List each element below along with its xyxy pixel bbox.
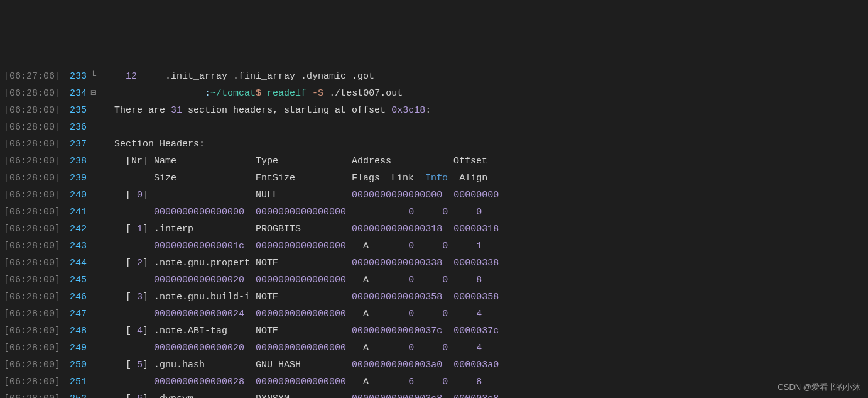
token <box>103 241 154 252</box>
code-line[interactable]: [06:28:00] 250 [ 5] .gnu.hash GNU_HASH 0… <box>0 357 868 373</box>
editor-viewport[interactable]: [06:27:06] 233└ 12 .init_array .fini_arr… <box>0 68 868 398</box>
token: 0000000000000028 <box>154 377 244 387</box>
token: 5 <box>137 360 143 370</box>
code-content[interactable]: [ 1] .interp PROGBITS 0000000000000318 0… <box>103 221 868 238</box>
token <box>414 275 442 285</box>
token: [ <box>103 326 137 336</box>
code-line[interactable]: [06:28:00] 251 0000000000000028 00000000… <box>0 373 868 390</box>
token: 6 <box>137 394 143 398</box>
token: 0 <box>442 377 448 387</box>
token: 0 <box>442 241 448 252</box>
token <box>442 224 453 235</box>
code-line[interactable]: [06:28:00] 248 [ 4] .note.ABI-tag NOTE 0… <box>0 323 868 340</box>
code-line[interactable]: [06:28:00] 245 0000000000000020 00000000… <box>0 272 868 289</box>
code-line[interactable]: [06:28:00] 252 [ 6] .dynsym DYNSYM 00000… <box>0 390 868 398</box>
line-number[interactable]: 234 <box>60 85 90 102</box>
line-number[interactable]: 235 <box>60 102 90 119</box>
code-content[interactable]: 0000000000000024 0000000000000000 A 0 0 … <box>103 306 868 323</box>
token <box>442 360 453 370</box>
line-number[interactable]: 250 <box>60 357 90 373</box>
token: [ <box>103 394 137 398</box>
code-content[interactable]: 12 .init_array .fini_array .dynamic .got <box>103 68 868 85</box>
code-line[interactable]: [06:28:00] 235 There are 31 section head… <box>0 102 868 119</box>
code-content[interactable]: There are 31 section headers, starting a… <box>103 102 868 119</box>
code-content[interactable]: 0000000000000020 0000000000000000 A 0 0 … <box>103 340 868 357</box>
line-number[interactable]: 236 <box>60 119 90 136</box>
token: : <box>425 105 431 116</box>
line-number[interactable]: 237 <box>60 136 90 153</box>
code-content[interactable]: 0000000000000028 0000000000000000 A 6 0 … <box>103 373 868 390</box>
code-content[interactable]: 0000000000000000 0000000000000000 0 0 0 <box>103 204 868 221</box>
line-number[interactable]: 242 <box>60 221 90 238</box>
code-content[interactable]: 000000000000001c 0000000000000000 A 0 0 … <box>103 238 868 255</box>
token: A <box>346 275 408 285</box>
token: 0 <box>442 275 448 285</box>
code-line[interactable]: [06:28:00] 237 Section Headers: <box>0 136 868 153</box>
token: 0000000000000020 <box>154 343 244 353</box>
fold-gutter-icon <box>90 390 103 398</box>
code-content[interactable]: [ 2] .note.gnu.propert NOTE 000000000000… <box>103 255 868 272</box>
line-number[interactable]: 246 <box>60 289 90 306</box>
token <box>442 394 453 398</box>
line-number[interactable]: 240 <box>60 187 90 204</box>
code-line[interactable]: [06:28:00] 246 [ 3] .note.gnu.build-i NO… <box>0 289 868 306</box>
line-number[interactable]: 238 <box>60 153 90 170</box>
code-line[interactable]: [06:28:00] 249 0000000000000020 00000000… <box>0 340 868 357</box>
code-line[interactable]: [06:28:00] 241 0000000000000000 00000000… <box>0 204 868 221</box>
token <box>244 343 256 353</box>
token: 0000000000000000 <box>256 207 346 218</box>
token: A <box>346 241 408 252</box>
line-number[interactable]: 241 <box>60 204 90 221</box>
code-line[interactable]: [06:28:00] 242 [ 1] .interp PROGBITS 000… <box>0 221 868 238</box>
token <box>244 377 256 387</box>
fold-gutter-icon[interactable]: ⊟ <box>90 85 103 102</box>
code-content[interactable]: [ 3] .note.gnu.build-i NOTE 000000000000… <box>103 289 868 306</box>
line-number[interactable]: 245 <box>60 272 90 289</box>
token <box>414 343 442 353</box>
token: A <box>346 309 408 319</box>
token: 0000000000000000 <box>352 190 442 201</box>
code-content[interactable]: [ 0] NULL 0000000000000000 00000000 <box>103 187 868 204</box>
code-content[interactable]: Section Headers: <box>103 136 868 153</box>
token: 0000000000000000 <box>256 377 346 387</box>
token <box>448 377 476 387</box>
code-line[interactable]: [06:28:00] 240 [ 0] NULL 000000000000000… <box>0 187 868 204</box>
timestamp: [06:28:00] <box>0 272 60 289</box>
timestamp: [06:28:00] <box>0 204 60 221</box>
line-number[interactable]: 251 <box>60 373 90 390</box>
fold-gutter-icon[interactable]: └ <box>90 68 103 85</box>
timestamp: [06:28:00] <box>0 306 60 323</box>
code-line[interactable]: [06:28:00] 243 000000000000001c 00000000… <box>0 238 868 255</box>
token: 1 <box>137 224 143 235</box>
token: 0000000000000000 <box>256 343 346 353</box>
line-number[interactable]: 248 <box>60 323 90 340</box>
code-content[interactable]: Size EntSize Flags Link Info Align <box>103 170 868 187</box>
line-number[interactable]: 244 <box>60 255 90 272</box>
timestamp: [06:28:00] <box>0 373 60 390</box>
line-number[interactable]: 252 <box>60 390 90 398</box>
code-content[interactable]: [ 5] .gnu.hash GNU_HASH 00000000000003a0… <box>103 357 868 373</box>
token: 0x3c18 <box>391 105 425 116</box>
code-line[interactable]: [06:28:00] 238 [Nr] Name Type Address Of… <box>0 153 868 170</box>
token: $ <box>256 88 267 99</box>
code-line[interactable]: [06:27:06] 233└ 12 .init_array .fini_arr… <box>0 68 868 85</box>
code-content[interactable]: [ 6] .dynsym DYNSYM 00000000000003c8 000… <box>103 390 868 398</box>
code-content[interactable]: 0000000000000020 0000000000000000 A 0 0 … <box>103 272 868 289</box>
token <box>244 309 256 319</box>
code-line[interactable]: [06:28:00] 234⊟ :~/tomcat$ readelf -S ./… <box>0 85 868 102</box>
code-content[interactable]: [ 4] .note.ABI-tag NOTE 000000000000037c… <box>103 323 868 340</box>
line-number[interactable]: 249 <box>60 340 90 357</box>
line-number[interactable]: 239 <box>60 170 90 187</box>
code-content[interactable]: :~/tomcat$ readelf -S ./test007.out <box>103 85 868 102</box>
line-number[interactable]: 233 <box>60 68 90 85</box>
line-number[interactable]: 243 <box>60 238 90 255</box>
timestamp: [06:28:00] <box>0 340 60 357</box>
line-number[interactable]: 247 <box>60 306 90 323</box>
code-line[interactable]: [06:28:00] 236 <box>0 119 868 136</box>
code-line[interactable]: [06:28:00] 239 Size EntSize Flags Link I… <box>0 170 868 187</box>
token: There are <box>103 105 171 116</box>
token: 2 <box>137 258 143 268</box>
code-content[interactable]: [Nr] Name Type Address Offset <box>103 153 868 170</box>
code-line[interactable]: [06:28:00] 247 0000000000000024 00000000… <box>0 306 868 323</box>
code-line[interactable]: [06:28:00] 244 [ 2] .note.gnu.propert NO… <box>0 255 868 272</box>
